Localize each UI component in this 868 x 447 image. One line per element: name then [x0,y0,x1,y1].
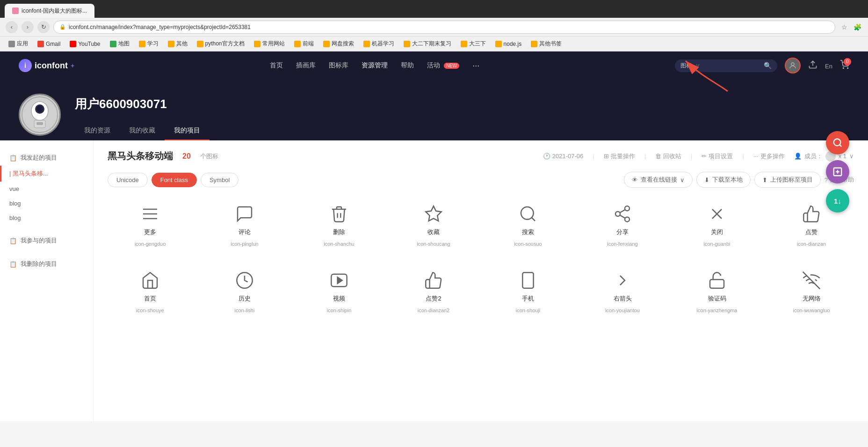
bookmark-other2[interactable]: 其他书签 [527,39,565,49]
bookmark-frontend-label: 前端 [303,40,314,48]
bookmark-nodejs[interactable]: node.js [492,40,526,48]
meta-more[interactable]: ··· 更多操作 [753,152,785,161]
bookmark-python[interactable]: python官方文档 [193,39,248,49]
nav-links: 首页 插画库 图标库 资源管理 帮助 活动 NEW ··· [270,61,479,71]
logo[interactable]: i iconfont + [19,59,74,72]
icon-item-pinglun[interactable]: 评论 icon-pinglun [202,197,287,254]
bookmark-star-icon[interactable]: ☆ [839,22,849,32]
meta-settings[interactable]: ✏ 项目设置 [702,152,733,161]
float-user-label: 1↓ [834,197,841,205]
sidebar-item-vue[interactable]: vue [0,182,93,196]
sidebar-section-my-projects: 📋 我发起的项目 | 黑马头条移... vue blog blog [0,150,93,225]
bookmark-ml[interactable]: 机器学习 [360,39,398,49]
tab-symbol[interactable]: Symbol [201,173,239,187]
sidebar-item-blackhorse[interactable]: | 黑马头条移... [0,166,93,182]
icon-item-fenxiang[interactable]: 分享 icon-fenxiang [580,197,665,254]
icon-item-shouji[interactable]: 手机 icon-shouji [485,264,571,321]
nav-illustration[interactable]: 插画库 [296,61,316,70]
meta-recycle[interactable]: 🗑 回收站 [655,152,681,161]
icon-item-shouye[interactable]: 首页 icon-shouye [108,264,193,321]
float-add-btn[interactable] [826,160,849,183]
sidebar-section-title-deleted[interactable]: 📋 我删除的项目 [0,256,93,272]
icon-item-dianzan2[interactable]: 点赞2 icon-dianzan2 [391,264,476,321]
bookmark-youtube[interactable]: YouTube [66,40,104,48]
home-icon [141,271,159,290]
upload-icon-btn[interactable] [808,60,817,72]
tab-fontclass[interactable]: Font class [152,173,197,187]
youtube-icon [70,41,76,47]
download-local-btn[interactable]: ⬇ 下载至本地 [696,172,751,188]
icon-item-youjiantou[interactable]: 右箭头 icon-youjiantou [580,264,665,321]
tab-unicode[interactable]: Unicode [108,173,148,187]
cart-btn[interactable]: 0 [840,60,849,72]
arrow-right-icon [613,271,632,290]
bookmark-grade3[interactable]: 大三下 [457,39,490,49]
browser-tab[interactable]: iconfont-国内最大的图标... [5,4,94,18]
meta-batch[interactable]: ⊞ 批量操作 [604,152,635,161]
bookmark-frontend[interactable]: 前端 [290,39,318,49]
float-user-btn[interactable]: 1↓ [826,189,849,213]
logo-icon: i [19,59,32,72]
user-avatar-button[interactable] [785,58,801,73]
icon-item-wuwangluo[interactable]: 无网络 icon-wuwangluo [769,264,854,321]
tab-my-projects[interactable]: 我的项目 [165,122,210,140]
nav-home[interactable]: 首页 [270,61,283,70]
nav-more[interactable]: ··· [472,61,479,71]
nav-help[interactable]: 帮助 [401,61,414,70]
url-bar[interactable]: 🔒 iconfont.cn/manage/index?manage_type=m… [53,21,835,34]
lang-btn[interactable]: En [825,61,832,71]
svg-line-33 [839,145,841,147]
reload-button[interactable]: ↻ [37,21,50,33]
upload-icon-btn[interactable]: ⬆ 上传图标至项目 [754,172,821,188]
sidebar-section-title-joined[interactable]: 📋 我参与的项目 [0,233,93,249]
sidebar-section-deleted: 📋 我删除的项目 [0,256,93,272]
float-search-btn[interactable] [826,131,849,154]
sidebar-item-blog2[interactable]: blog [0,211,93,225]
bookmark-maps[interactable]: 地图 [106,39,133,49]
members-chevron[interactable]: ∨ [849,153,854,160]
icon-item-shanchu[interactable]: 删除 icon-shanchu [297,197,382,254]
bookmark-common[interactable]: 常用网站 [250,39,289,49]
download-icon: ⬇ [704,176,709,183]
icon-item-lishi[interactable]: 历史 icon-lishi [202,264,287,321]
sidebar-section-title-my[interactable]: 📋 我发起的项目 [0,150,93,166]
nav-activity[interactable]: 活动 NEW [427,61,459,70]
icon-item-yanzhengma[interactable]: 验证码 icon-yanzhengma [674,264,760,321]
bookmark-study[interactable]: 学习 [135,39,162,49]
sidebar-item-blog1[interactable]: blog [0,196,93,211]
tab-my-collections[interactable]: 我的收藏 [120,122,165,140]
folder-icon [404,41,410,47]
avatar-robot-svg [21,96,58,133]
bookmark-ml-label: 机器学习 [372,40,394,48]
nav-icon-lib[interactable]: 图标库 [329,61,348,70]
bookmark-review[interactable]: 大二下期末复习 [400,39,455,49]
bookmark-python-label: python官方文档 [205,40,245,48]
floating-buttons: 1↓ [826,131,849,213]
icon-item-sousuo[interactable]: 搜索 icon-sousuo [485,197,571,254]
dropdown-arrow[interactable]: ∨ [680,176,685,183]
view-online-btn[interactable]: 👁 查看在线链接 ∨ [624,172,693,188]
bookmark-other[interactable]: 其他 [164,39,191,49]
icon-item-guanbi[interactable]: 关闭 icon-guanbi [674,197,760,254]
search-bar[interactable]: 图标 ∨ 🔍 [675,59,777,72]
bookmark-apps[interactable]: 应用 [5,39,32,49]
header-right: 图标 ∨ 🔍 En [675,58,849,73]
search-type[interactable]: 图标 [680,62,692,70]
bookmark-gmail[interactable]: Gmail [34,40,64,48]
profile-banner: 用户6600903071 我的资源 我的收藏 我的项目 [0,80,868,140]
icon-item-shipin[interactable]: 视频 icon-shipin [297,264,382,321]
nav-resource[interactable]: 资源管理 [362,61,388,70]
back-button[interactable]: ‹ [6,21,18,33]
extensions-icon[interactable]: 🧩 [852,22,862,32]
profile-tabs: 我的资源 我的收藏 我的项目 [75,122,210,140]
search-input[interactable] [704,62,760,69]
forward-button[interactable]: › [22,21,34,33]
tab-my-resources[interactable]: 我的资源 [75,122,120,140]
bookmark-maps-label: 地图 [118,40,130,48]
tab-label: iconfont-国内最大的图标... [22,7,87,15]
search-icon[interactable]: 🔍 [764,62,772,69]
icon-item-shoucang[interactable]: 收藏 icon-shoucang [391,197,476,254]
icon-item-gengduo[interactable]: 更多 icon-gengduo [108,197,193,254]
icon-zh-pinglun: 评论 [239,228,251,236]
bookmark-netdisk[interactable]: 网盘搜索 [319,39,358,49]
